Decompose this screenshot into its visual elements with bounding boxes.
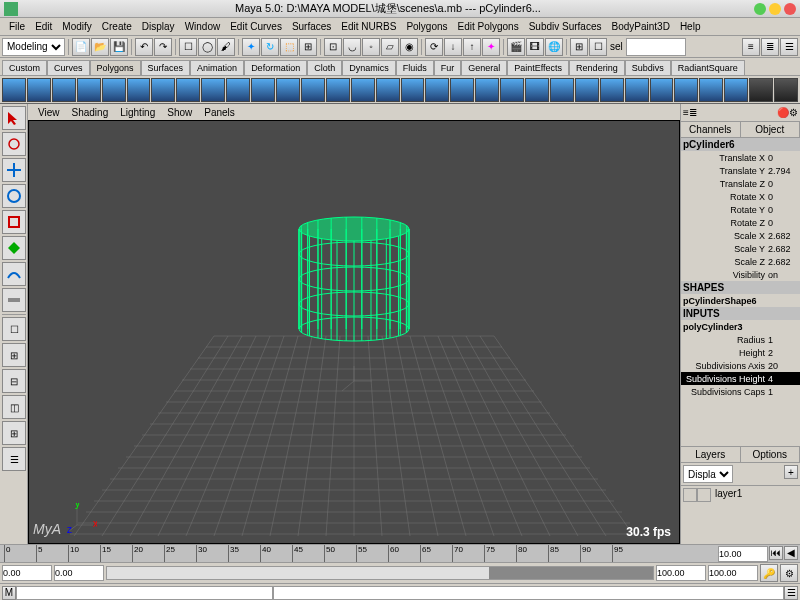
shelf-tab-fluids[interactable]: Fluids xyxy=(396,60,434,75)
scale-tool[interactable] xyxy=(2,210,26,234)
shelf-sphere[interactable] xyxy=(2,78,26,102)
channel-row[interactable]: Scale Y2.682 xyxy=(681,242,800,255)
channel-row[interactable]: Scale Z2.682 xyxy=(681,255,800,268)
shelf-tab-radiantsquare[interactable]: RadiantSquare xyxy=(671,60,745,75)
snap-point-icon[interactable]: ◦ xyxy=(362,38,380,56)
snap-live-icon[interactable]: ◉ xyxy=(400,38,418,56)
range-slider[interactable] xyxy=(106,566,654,580)
input-icon[interactable]: ↓ xyxy=(444,38,462,56)
output-icon[interactable]: ↑ xyxy=(463,38,481,56)
lasso-tool-icon[interactable]: ◯ xyxy=(198,38,216,56)
shelf-reduce[interactable] xyxy=(550,78,574,102)
mel-icon[interactable]: M xyxy=(2,586,16,600)
shelf-bevel[interactable] xyxy=(401,78,425,102)
show-manip-tool[interactable] xyxy=(2,288,26,312)
soft-mod-tool[interactable] xyxy=(2,262,26,286)
channel-row[interactable]: Rotate Y0 xyxy=(681,203,800,216)
manipulator-tool[interactable] xyxy=(2,236,26,260)
shelf-tab-painteffects[interactable]: PaintEffects xyxy=(507,60,569,75)
shelf-quadrangulate[interactable] xyxy=(525,78,549,102)
shape-name[interactable]: pCylinderShape6 xyxy=(683,296,798,306)
auto-key-icon[interactable]: 🔑 xyxy=(760,564,778,582)
menu-display[interactable]: Display xyxy=(137,21,180,32)
minimize-button[interactable] xyxy=(754,3,766,15)
shelf-normals[interactable] xyxy=(600,78,624,102)
tab-channels[interactable]: Channels xyxy=(681,122,741,137)
shelf-tab-deformation[interactable]: Deformation xyxy=(244,60,307,75)
vp-menu-lighting[interactable]: Lighting xyxy=(114,107,161,118)
shelf-smooth[interactable] xyxy=(475,78,499,102)
open-scene-button[interactable]: 📂 xyxy=(91,38,109,56)
shelf-cube[interactable] xyxy=(27,78,51,102)
menu-edit-polygons[interactable]: Edit Polygons xyxy=(453,21,524,32)
menu-surfaces[interactable]: Surfaces xyxy=(287,21,336,32)
shelf-plane[interactable] xyxy=(102,78,126,102)
shelf-paint-icon[interactable] xyxy=(774,78,798,102)
snap-plane-icon[interactable]: ▱ xyxy=(381,38,399,56)
input-row[interactable]: Subdivisions Caps1 xyxy=(681,385,800,398)
layer-vis-toggle[interactable] xyxy=(683,488,697,502)
shelf-pyramid[interactable] xyxy=(176,78,200,102)
range-start2-input[interactable] xyxy=(54,565,104,581)
shelf-split[interactable] xyxy=(351,78,375,102)
time-end-input[interactable] xyxy=(718,546,768,562)
move-tool-icon[interactable]: ✦ xyxy=(242,38,260,56)
shelf-triangulate[interactable] xyxy=(500,78,524,102)
shelf-prism[interactable] xyxy=(151,78,175,102)
vp-menu-view[interactable]: View xyxy=(32,107,66,118)
paint-tool-icon[interactable]: 🖌 xyxy=(217,38,235,56)
vp-menu-show[interactable]: Show xyxy=(161,107,198,118)
step-back-icon[interactable]: ◀ xyxy=(784,546,798,560)
new-layer-icon[interactable]: + xyxy=(784,465,798,479)
close-button[interactable] xyxy=(784,3,796,15)
shelf-collapse[interactable] xyxy=(450,78,474,102)
script-editor-icon[interactable]: ☰ xyxy=(784,586,798,600)
menu-create[interactable]: Create xyxy=(97,21,137,32)
input-node-name[interactable]: polyCylinder3 xyxy=(683,322,798,332)
shelf-tab-animation[interactable]: Animation xyxy=(190,60,244,75)
time-ruler[interactable]: 95908580757065605550454035302520151050 ⏮… xyxy=(0,545,800,563)
shelf-pipe[interactable] xyxy=(201,78,225,102)
shelf-platonics[interactable] xyxy=(276,78,300,102)
gear-icon[interactable]: ⚙ xyxy=(789,107,798,118)
three-pane-icon[interactable]: ⊞ xyxy=(2,421,26,445)
channel-row[interactable]: Scale X2.682 xyxy=(681,229,800,242)
input-row[interactable]: Radius1 xyxy=(681,333,800,346)
outliner-pane-icon[interactable]: ☰ xyxy=(2,447,26,471)
shelf-tab-general[interactable]: General xyxy=(461,60,507,75)
panel-toggle-icon[interactable]: ≡ xyxy=(742,38,760,56)
shelf-combine[interactable] xyxy=(699,78,723,102)
menu-polygons[interactable]: Polygons xyxy=(401,21,452,32)
range-end-input[interactable] xyxy=(656,565,706,581)
shelf-sculpt[interactable] xyxy=(625,78,649,102)
scale-tool-icon[interactable]: ⬚ xyxy=(280,38,298,56)
shelf-merge[interactable] xyxy=(425,78,449,102)
menu-edit-nurbs[interactable]: Edit NURBS xyxy=(336,21,401,32)
display-dropdown[interactable]: Display xyxy=(683,465,733,483)
input-row[interactable]: Subdivisions Height4 xyxy=(681,372,800,385)
input-row[interactable]: Height2 xyxy=(681,346,800,359)
shelf-separate[interactable] xyxy=(724,78,748,102)
channel-row[interactable]: Translate Z0 xyxy=(681,177,800,190)
manip-tool-icon[interactable]: ⊞ xyxy=(299,38,317,56)
redo-button[interactable]: ↷ xyxy=(154,38,172,56)
snap-curve-icon[interactable]: ◡ xyxy=(343,38,361,56)
shelf-tab-cloth[interactable]: Cloth xyxy=(307,60,342,75)
channel-row[interactable]: Translate Y2.794 xyxy=(681,164,800,177)
shelf-tab-surfaces[interactable]: Surfaces xyxy=(141,60,191,75)
channel-row[interactable]: Rotate X0 xyxy=(681,190,800,203)
command-input[interactable] xyxy=(16,586,273,600)
undo-button[interactable]: ↶ xyxy=(135,38,153,56)
two-pane-v-icon[interactable]: ◫ xyxy=(2,395,26,419)
align2-icon[interactable]: ≣ xyxy=(689,107,697,118)
move-tool[interactable] xyxy=(2,158,26,182)
single-pane-icon[interactable]: ☐ xyxy=(2,317,26,341)
move-manipulator[interactable] xyxy=(334,366,374,396)
menu-subdiv-surfaces[interactable]: Subdiv Surfaces xyxy=(524,21,607,32)
construction-icon[interactable]: ✦ xyxy=(482,38,500,56)
tab-layers[interactable]: Layers xyxy=(681,447,741,462)
cylinder-object[interactable] xyxy=(294,214,414,344)
shelf-tab-curves[interactable]: Curves xyxy=(47,60,90,75)
two-pane-h-icon[interactable]: ⊟ xyxy=(2,369,26,393)
panel-toggle2-icon[interactable]: ≣ xyxy=(761,38,779,56)
